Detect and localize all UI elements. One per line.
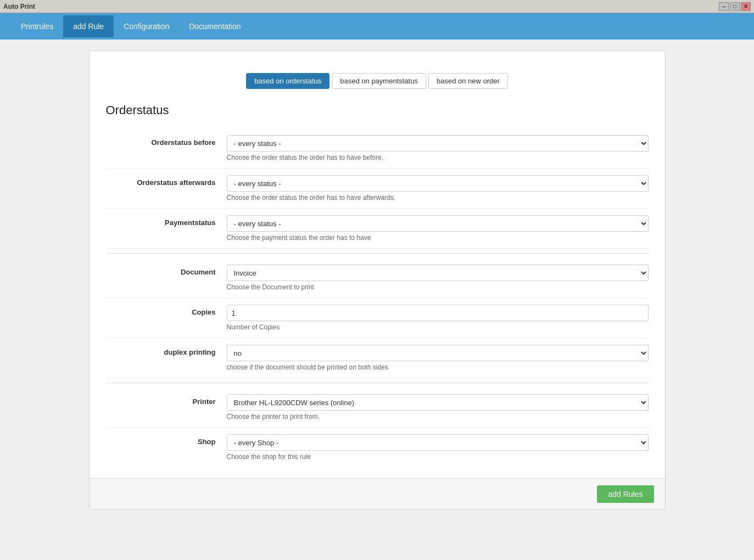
document-label: Document: [106, 265, 227, 276]
paymentstatus-row: Paymentstatus - every status - Pending P…: [106, 209, 649, 249]
shop-label: Shop: [106, 434, 227, 446]
duplex-row: duplex printing no yes - long edge yes -…: [106, 338, 649, 378]
copies-label: Copies: [106, 305, 227, 316]
printer-row: Printer Brother HL-L9200CDW series (onli…: [106, 388, 649, 428]
nav-add-rule[interactable]: add Rule: [63, 15, 114, 37]
printer-label: Printer: [106, 394, 227, 406]
tab-orderstatus[interactable]: based on orderstatus: [246, 73, 329, 89]
orderstatus-before-hint: Choose the order status the order has to…: [227, 154, 649, 161]
divider-1: [106, 253, 649, 254]
shop-select[interactable]: - every Shop - Shop 1 Shop 2 Shop 3: [227, 434, 649, 451]
orderstatus-afterwards-field: - every status - Open In Progress Comple…: [227, 175, 649, 201]
orderstatus-before-label: Orderstatus before: [106, 135, 227, 147]
tab-group: based on orderstatus based on paymentsta…: [106, 62, 649, 94]
minimize-button[interactable]: –: [719, 2, 729, 11]
orderstatus-afterwards-label: Orderstatus afterwards: [106, 175, 227, 187]
paymentstatus-hint: Choose the payment status the order has …: [227, 234, 649, 242]
orderstatus-before-select[interactable]: - every status - Open In Progress Comple…: [227, 135, 649, 152]
duplex-select[interactable]: no yes - long edge yes - short edge: [227, 345, 649, 361]
titlebar-title: Auto Print: [3, 3, 35, 10]
duplex-hint: choose if the document should be printed…: [227, 363, 649, 371]
card-body: based on orderstatus based on paymentsta…: [90, 51, 665, 478]
card-footer: add Rules: [90, 478, 665, 509]
main-card: based on orderstatus based on paymentsta…: [89, 51, 666, 510]
shop-hint: Choose the shop for this rule: [227, 453, 649, 461]
page-content: based on orderstatus based on paymentsta…: [0, 40, 754, 560]
copies-row: Copies Number of Copies: [106, 298, 649, 338]
divider-2: [106, 383, 649, 383]
duplex-label: duplex printing: [106, 345, 227, 356]
copies-field: Number of Copies: [227, 305, 649, 331]
nav-printrules[interactable]: Printrules: [11, 15, 63, 37]
navbar: Printrules add Rule Configuration Docume…: [0, 13, 754, 40]
nav-documentation[interactable]: Documentation: [179, 15, 250, 37]
tab-new-order[interactable]: based on new order: [428, 73, 508, 89]
nav-configuration[interactable]: Configuration: [114, 15, 179, 37]
copies-input[interactable]: [227, 305, 649, 321]
orderstatus-before-field: - every status - Open In Progress Comple…: [227, 135, 649, 161]
paymentstatus-select[interactable]: - every status - Pending Paid Refunded F…: [227, 215, 649, 232]
document-select[interactable]: Invoice Delivery Note Receipt Order Conf…: [227, 265, 649, 281]
printer-field: Brother HL-L9200CDW series (online) Brot…: [227, 394, 649, 421]
add-rules-button[interactable]: add Rules: [597, 485, 654, 503]
paymentstatus-label: Paymentstatus: [106, 215, 227, 227]
titlebar: Auto Print – □ ✕: [0, 0, 754, 13]
tab-paymentstatus[interactable]: based on paymentstatus: [332, 73, 426, 89]
restore-button[interactable]: □: [730, 2, 740, 11]
section-title: Orderstatus: [106, 103, 649, 117]
document-row: Document Invoice Delivery Note Receipt O…: [106, 258, 649, 298]
orderstatus-afterwards-select[interactable]: - every status - Open In Progress Comple…: [227, 175, 649, 192]
printer-hint: Choose the printer to print from.: [227, 413, 649, 421]
duplex-field: no yes - long edge yes - short edge choo…: [227, 345, 649, 371]
document-hint: Choose the Document to print: [227, 283, 649, 291]
printer-select[interactable]: Brother HL-L9200CDW series (online) Brot…: [227, 394, 649, 411]
document-field: Invoice Delivery Note Receipt Order Conf…: [227, 265, 649, 291]
orderstatus-before-row: Orderstatus before - every status - Open…: [106, 128, 649, 169]
shop-field: - every Shop - Shop 1 Shop 2 Shop 3 Choo…: [227, 434, 649, 461]
paymentstatus-field: - every status - Pending Paid Refunded F…: [227, 215, 649, 242]
close-button[interactable]: ✕: [741, 2, 751, 11]
shop-row: Shop - every Shop - Shop 1 Shop 2 Shop 3…: [106, 428, 649, 467]
titlebar-controls: – □ ✕: [719, 2, 751, 11]
orderstatus-afterwards-hint: Choose the order status the order has to…: [227, 194, 649, 201]
copies-hint: Number of Copies: [227, 323, 649, 331]
orderstatus-afterwards-row: Orderstatus afterwards - every status - …: [106, 169, 649, 209]
